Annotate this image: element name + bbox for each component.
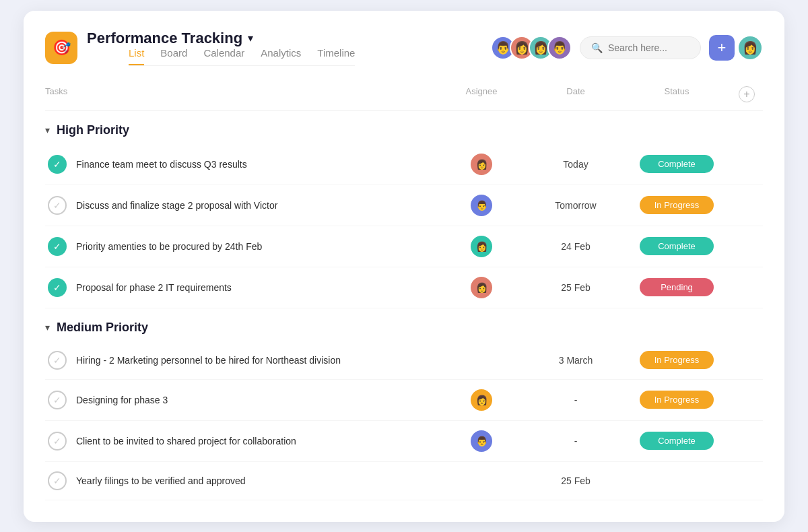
tab-list[interactable]: List: [129, 47, 144, 65]
task-status-3: Complete: [623, 237, 731, 255]
task-name-7: Client to be invited to shared project f…: [76, 436, 296, 446]
search-input[interactable]: [608, 42, 689, 53]
task-left-4: ✓ Proposal for phase 2 IT requirements: [45, 278, 434, 297]
task-date-6: -: [529, 395, 623, 405]
task-status-7: Complete: [623, 432, 731, 450]
task-left-7: ✓ Client to be invited to shared project…: [45, 432, 434, 451]
task-name-8: Yearly filings to be verified and approv…: [76, 475, 246, 486]
table-row: ✓ Priority amenties to be procured by 24…: [45, 226, 763, 267]
checkmark-icon: ✓: [53, 282, 61, 293]
task-assignee-2: 👨: [434, 195, 529, 216]
app-logo: 🎯: [45, 32, 77, 64]
task-name-4: Proposal for phase 2 IT requirements: [76, 282, 232, 293]
task-check-done-1[interactable]: ✓: [48, 155, 67, 174]
task-left-8: ✓ Yearly filings to be verified and appr…: [45, 471, 434, 490]
app-title: Performance Tracking: [87, 30, 242, 47]
task-left-1: ✓ Finance team meet to discuss Q3 result…: [45, 155, 434, 174]
search-box[interactable]: 🔍: [580, 36, 701, 59]
table-row: ✓ Yearly filings to be verified and appr…: [45, 462, 763, 500]
task-check-undone-2[interactable]: ✓: [48, 196, 67, 215]
chevron-down-icon[interactable]: ▾: [248, 32, 253, 44]
col-status-label: Status: [623, 86, 731, 102]
task-check-done-3[interactable]: ✓: [48, 237, 67, 256]
task-date-4: 25 Feb: [529, 282, 623, 293]
status-badge-2: In Progress: [640, 196, 714, 214]
task-check-undone-6[interactable]: ✓: [48, 391, 67, 409]
assignee-avatar-6[interactable]: 👩: [471, 389, 492, 411]
section-high-priority-title: High Priority: [57, 123, 129, 137]
task-left-5: ✓ Hiring - 2 Marketing personnel to be h…: [45, 351, 434, 370]
section-collapse-icon[interactable]: ▾: [45, 322, 50, 333]
task-date-8: 25 Feb: [529, 475, 623, 486]
header: 🎯 Performance Tracking ▾ List Board Cale…: [45, 30, 763, 66]
task-status-6: In Progress: [623, 391, 731, 409]
section-high-priority: ▾ High Priority ✓ Finance team meet to d…: [45, 111, 763, 308]
task-check-undone-5[interactable]: ✓: [48, 351, 67, 370]
current-user-avatar[interactable]: 👩: [737, 35, 763, 61]
tab-calendar[interactable]: Calendar: [203, 47, 244, 65]
avatars-group: 👨 👩 👩 👨: [491, 36, 572, 60]
add-column-button[interactable]: +: [731, 86, 763, 102]
section-medium-priority: ▾ Medium Priority ✓ Hiring - 2 Marketing…: [45, 308, 763, 500]
avatar-user-4[interactable]: 👨: [547, 36, 572, 60]
status-badge-3: Complete: [640, 237, 714, 255]
nav-tabs: List Board Calendar Analytics Timeline: [129, 47, 355, 66]
section-collapse-icon[interactable]: ▾: [45, 125, 50, 135]
assignee-avatar-4[interactable]: 👩: [471, 277, 492, 298]
task-date-1: Today: [529, 159, 623, 170]
status-badge-6: In Progress: [640, 391, 714, 409]
tab-board[interactable]: Board: [160, 47, 187, 65]
task-status-2: In Progress: [623, 196, 731, 214]
app-container: 🎯 Performance Tracking ▾ List Board Cale…: [24, 11, 784, 522]
add-column-icon: +: [739, 86, 755, 102]
search-icon: 🔍: [591, 42, 603, 53]
task-check-undone-7[interactable]: ✓: [48, 432, 67, 451]
checkmark-icon: ✓: [53, 159, 61, 170]
section-high-priority-header: ▾ High Priority: [45, 111, 763, 144]
task-date-5: 3 March: [529, 355, 623, 366]
tab-timeline[interactable]: Timeline: [317, 47, 355, 65]
task-left-2: ✓ Discuss and finalize stage 2 proposal …: [45, 196, 434, 215]
task-assignee-6: 👩: [434, 389, 529, 411]
col-assignee-label: Asignee: [434, 86, 529, 102]
task-status-1: Complete: [623, 155, 731, 173]
task-date-7: -: [529, 436, 623, 446]
table-row: ✓ Discuss and finalize stage 2 proposal …: [45, 185, 763, 226]
add-button[interactable]: +: [709, 35, 735, 61]
checkmark-icon: ✓: [53, 355, 61, 366]
checkmark-icon: ✓: [53, 241, 61, 252]
assignee-avatar-3[interactable]: 👩: [471, 236, 492, 257]
logo-icon: 🎯: [53, 39, 71, 57]
task-name-5: Hiring - 2 Marketing personnel to be hir…: [76, 355, 341, 366]
task-assignee-1: 👩: [434, 154, 529, 175]
table-row: ✓ Finance team meet to discuss Q3 result…: [45, 144, 763, 185]
col-tasks-label: Tasks: [45, 86, 434, 102]
tab-analytics[interactable]: Analytics: [261, 47, 301, 65]
status-badge-4: Pending: [640, 278, 714, 296]
task-check-done-4[interactable]: ✓: [48, 278, 67, 297]
section-medium-priority-header: ▾ Medium Priority: [45, 308, 763, 341]
checkmark-icon: ✓: [53, 200, 61, 211]
assignee-avatar-2[interactable]: 👨: [471, 195, 492, 216]
task-name-2: Discuss and finalize stage 2 proposal wi…: [76, 200, 277, 211]
task-left-6: ✓ Designing for phase 3: [45, 391, 434, 409]
table-row: ✓ Proposal for phase 2 IT requirements 👩…: [45, 267, 763, 308]
status-badge-1: Complete: [640, 155, 714, 173]
task-assignee-3: 👩: [434, 236, 529, 257]
task-status-4: Pending: [623, 278, 731, 296]
assignee-avatar-7[interactable]: 👨: [471, 430, 492, 452]
task-check-undone-8[interactable]: ✓: [48, 471, 67, 490]
col-date-label: Date: [529, 86, 623, 102]
checkmark-icon: ✓: [53, 475, 61, 486]
section-medium-priority-title: Medium Priority: [57, 321, 148, 335]
task-status-5: In Progress: [623, 351, 731, 369]
status-badge-7: Complete: [640, 432, 714, 450]
status-badge-5: In Progress: [640, 351, 714, 369]
task-name-1: Finance team meet to discuss Q3 results: [76, 159, 247, 170]
checkmark-icon: ✓: [53, 436, 61, 446]
table-row: ✓ Hiring - 2 Marketing personnel to be h…: [45, 341, 763, 380]
assignee-avatar-1[interactable]: 👩: [471, 154, 492, 175]
task-date-3: 24 Feb: [529, 241, 623, 252]
header-right: 👨 👩 👩 👨 🔍 + 👩: [491, 35, 763, 61]
table-row: ✓ Designing for phase 3 👩 - In Progress: [45, 380, 763, 421]
